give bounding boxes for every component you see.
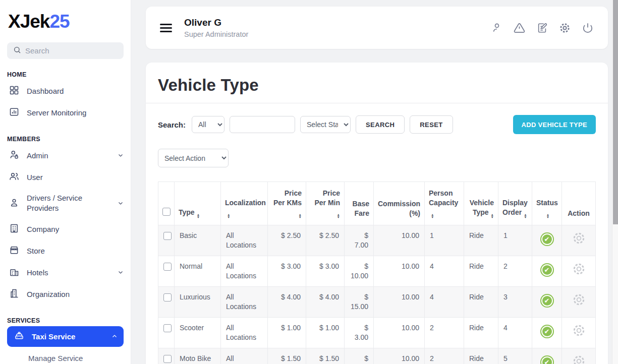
cell-type: Normal [175,256,221,287]
menu-toggle-icon[interactable] [160,22,172,34]
add-vehicle-type-button[interactable]: ADD VEHICLE TYPE [513,115,596,134]
column-header-localization[interactable]: Localization▲▼ [221,182,268,225]
cell-price-per-kms: $ 1.00 [268,318,306,348]
sort-icon: ▲▼ [431,213,434,218]
sidebar-item-admin[interactable]: Admin [0,145,131,166]
chevron-down-icon [118,199,124,208]
cell-person-capacity: 4 [425,256,464,287]
cell-base-fare: $ 7.00 [345,225,374,256]
search-button[interactable]: SEARCH [356,115,405,134]
column-header-base-fare: Base Fare [345,182,374,225]
cell-display-order: 3 [498,287,532,318]
sidebar-item-server-monitoring[interactable]: Server Monitoring [0,102,131,124]
search-field-select[interactable]: All [192,116,224,133]
sidebar-item-label: Dashboard [27,86,124,96]
row-settings-icon[interactable] [572,231,586,248]
cell-vehicle-type: Ride [464,318,498,348]
sidebar-item-hotels[interactable]: Hotels [0,262,131,283]
row-checkbox[interactable] [163,293,172,301]
status-active-icon[interactable]: ✔ [540,294,554,308]
sidebar-item-label: Admin [27,151,110,161]
search-term-input[interactable] [230,116,295,133]
sort-icon: ▲▼ [227,213,230,218]
row-settings-icon[interactable] [572,293,586,309]
status-active-icon[interactable]: ✔ [540,232,554,246]
cell-commission: 10.00 [374,225,425,256]
sidebar: XJek25 HOME Dashboard Server Monitoring … [0,0,131,364]
alert-icon[interactable] [513,22,526,34]
status-active-icon[interactable]: ✔ [540,325,554,338]
reset-button[interactable]: RESET [410,115,453,134]
table-row: Normal All Locations $ 3.00 $ 3.00 $ 10.… [158,256,596,287]
sort-icon: ▲▼ [546,213,549,218]
sidebar-item-store[interactable]: Store [0,240,131,262]
row-checkbox[interactable] [163,324,172,332]
cell-vehicle-type: Ride [464,287,498,318]
section-label-home: HOME [7,71,123,78]
organization-icon [9,288,19,300]
column-header-vehicle-type[interactable]: Vehicle Type▲▼ [464,182,498,225]
vehicle-type-table: Type▲▼ Localization▲▼ Price Per KMs▲▼ Pr… [158,181,596,364]
chevron-down-icon [118,268,124,277]
cell-price-per-kms: $ 3.00 [268,256,306,287]
store-icon [9,245,19,257]
row-settings-icon[interactable] [572,354,586,364]
server-monitoring-icon [9,107,19,118]
table-row: Basic All Locations $ 2.50 $ 2.50 $ 7.00… [158,225,596,256]
column-header-type[interactable]: Type▲▼ [175,182,221,225]
content-card: Vehicle Type Search: All Select Status S… [146,63,608,364]
column-header-display-order[interactable]: Display Order▲▼ [498,182,532,225]
user-info: Oliver G Super Administrator [184,17,248,38]
column-header-person-capacity[interactable]: Person Capacity▲▼ [425,182,464,225]
sidebar-item-label: Organization [27,289,124,299]
sidebar-item-company[interactable]: Company [0,218,131,240]
cell-localization: All Locations [221,256,268,287]
page-scrollbar[interactable] [612,0,618,364]
sidebar-item-label: Taxi Service [32,332,104,342]
chevron-down-icon [118,151,124,160]
chevron-up-icon [111,332,118,341]
cell-price-per-min: $ 1.00 [306,318,345,348]
row-checkbox[interactable] [163,263,172,271]
table-row: Luxurious All Locations $ 4.00 $ 4.00 $ … [158,287,596,318]
row-checkbox[interactable] [163,232,172,240]
column-header-price-per-kms[interactable]: Price Per KMs▲▼ [268,182,306,225]
cell-display-order: 4 [498,318,532,348]
sidebar-item-organization[interactable]: Organization [0,283,131,305]
settings-icon[interactable] [558,22,571,34]
cell-display-order: 2 [498,256,532,287]
sidebar-item-user[interactable]: User [0,166,131,188]
row-checkbox[interactable] [163,355,172,363]
section-label-members: MEMBERS [7,136,123,143]
report-icon[interactable] [536,22,548,34]
status-active-icon[interactable]: ✔ [540,355,554,364]
section-label-services: SERVICES [7,317,123,324]
sidebar-item-drivers[interactable]: Drivers / Service Providers [0,188,131,218]
bulk-action-select[interactable]: Select Action [158,149,229,167]
scrollbar-thumb[interactable] [613,0,618,224]
users-icon [9,171,19,183]
sidebar-subitem-manage-service[interactable]: Manage Service [0,347,131,364]
sidebar-search[interactable] [7,42,124,59]
select-all-checkbox[interactable] [162,208,171,216]
company-icon [9,223,19,235]
hotels-icon [9,267,19,278]
profile-icon[interactable] [490,22,503,34]
cell-commission: 10.00 [374,256,425,287]
status-select[interactable]: Select Status [300,116,351,133]
search-input[interactable] [25,46,118,55]
row-settings-icon[interactable] [572,262,586,278]
search-label: Search: [158,120,186,129]
cell-price-per-min: $ 3.00 [306,256,345,287]
sidebar-item-label: Hotels [27,268,110,278]
column-header-status[interactable]: Status▲▼ [532,182,562,225]
sidebar-item-taxi-service[interactable]: Taxi Service [7,326,124,347]
sidebar-item-dashboard[interactable]: Dashboard [0,80,131,102]
table-row: Moto Bike All Locations $ 1.50 $ 1.50 $ … [158,348,596,364]
column-header-price-per-min[interactable]: Price Per Min▲▼ [306,182,345,225]
column-header-commission: Commission (%) [374,182,425,225]
row-settings-icon[interactable] [572,324,586,340]
logout-icon[interactable] [581,22,594,34]
sidebar-item-label: Drivers / Service Providers [27,193,110,213]
status-active-icon[interactable]: ✔ [540,263,554,277]
